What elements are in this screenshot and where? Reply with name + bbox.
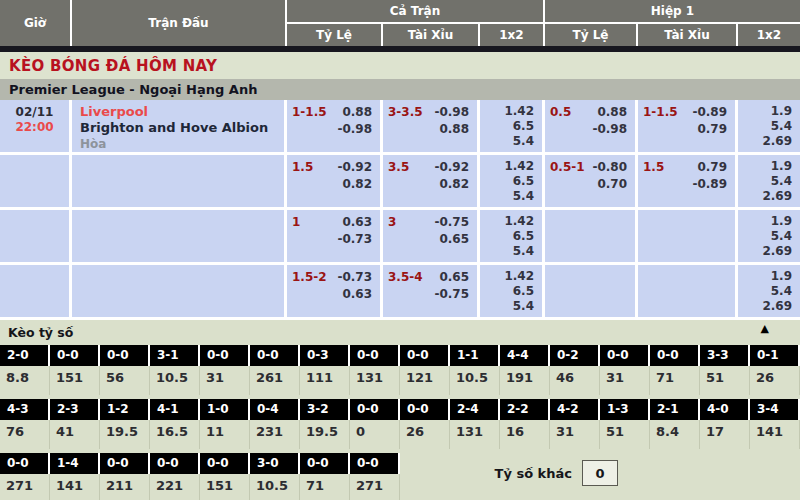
- odd-away-win[interactable]: 5.4: [480, 189, 534, 204]
- ft-handicap-cell[interactable]: 1-1.5 0.88 -0.98: [287, 100, 383, 152]
- score-odds-cell[interactable]: 4-017: [700, 399, 750, 449]
- ft-handicap-cell[interactable]: 1 0.63 -0.73: [287, 210, 383, 262]
- h1-handicap-cell[interactable]: [545, 210, 638, 262]
- score-odds-cell[interactable]: 4-376: [0, 399, 50, 449]
- odd-away-win[interactable]: 2.69: [738, 244, 792, 259]
- odd-bottom[interactable]: 0.70: [545, 176, 635, 193]
- score-odds-cell[interactable]: 1-4141: [50, 453, 100, 500]
- odd-away-win[interactable]: 5.4: [480, 134, 534, 149]
- score-odds-cell[interactable]: 0-0221: [150, 453, 200, 500]
- score-odds-cell[interactable]: 3-4141: [750, 399, 800, 449]
- score-odds-cell[interactable]: 3-351: [700, 345, 750, 395]
- odd-bottom[interactable]: -0.98: [545, 121, 635, 138]
- h1-1x2-cell[interactable]: 1.9 5.4 2.69: [738, 155, 800, 207]
- odd-away-win[interactable]: 2.69: [738, 134, 792, 149]
- h1-overunder-cell[interactable]: 1-1.5 -0.89 0.79: [638, 100, 738, 152]
- odd-top[interactable]: -0.75: [383, 214, 477, 231]
- odd-away-win[interactable]: 2.69: [738, 299, 792, 314]
- ft-overunder-cell[interactable]: 3.5-4 0.65 -0.75: [383, 265, 480, 317]
- score-odds-cell[interactable]: 0-031: [600, 345, 650, 395]
- h1-overunder-cell[interactable]: 1.5 0.79 -0.89: [638, 155, 738, 207]
- odd-draw[interactable]: 5.4: [738, 284, 792, 299]
- odd-top[interactable]: 0.63: [287, 214, 380, 231]
- odd-draw[interactable]: 5.4: [738, 119, 792, 134]
- odd-draw[interactable]: 5.4: [738, 229, 792, 244]
- score-odds-cell[interactable]: 0-0151: [200, 453, 250, 500]
- odd-home-win[interactable]: 1.42: [480, 159, 534, 174]
- score-odds-cell[interactable]: 0-071: [300, 453, 350, 500]
- score-odds-cell[interactable]: 0-0211: [100, 453, 150, 500]
- h1-1x2-cell[interactable]: 1.9 5.4 2.69: [738, 100, 800, 152]
- league-header[interactable]: Premier League - Ngoại Hạng Anh: [0, 79, 800, 100]
- odd-home-win[interactable]: 1.9: [738, 104, 792, 119]
- home-team[interactable]: Liverpool: [80, 104, 284, 120]
- h1-overunder-cell[interactable]: [638, 265, 738, 317]
- odd-home-win[interactable]: 1.9: [738, 214, 792, 229]
- score-odds-cell[interactable]: 0-3111: [300, 345, 350, 395]
- score-odds-cell[interactable]: 4-231: [550, 399, 600, 449]
- score-odds-cell[interactable]: 0-4231: [250, 399, 300, 449]
- score-odds-cell[interactable]: 2-216: [500, 399, 550, 449]
- odd-home-win[interactable]: 1.9: [738, 159, 792, 174]
- odd-draw[interactable]: 6.5: [480, 229, 534, 244]
- ft-1x2-cell[interactable]: 1.42 6.5 5.4: [480, 210, 545, 262]
- score-odds-cell[interactable]: 0-00: [350, 399, 400, 449]
- odd-bottom[interactable]: -0.89: [638, 176, 735, 193]
- odd-bottom[interactable]: -0.98: [287, 121, 380, 138]
- odd-bottom[interactable]: 0.79: [638, 121, 735, 138]
- odd-home-win[interactable]: 1.42: [480, 104, 534, 119]
- odd-bottom[interactable]: -0.75: [383, 286, 477, 303]
- score-odds-cell[interactable]: 0-246: [550, 345, 600, 395]
- odd-bottom[interactable]: -0.73: [287, 231, 380, 248]
- ft-overunder-cell[interactable]: 3.5 -0.92 0.82: [383, 155, 480, 207]
- collapse-up-icon[interactable]: ▲: [761, 323, 769, 334]
- ft-1x2-cell[interactable]: 1.42 6.5 5.4: [480, 155, 545, 207]
- score-odds-cell[interactable]: 0-0271: [0, 453, 50, 500]
- score-odds-cell[interactable]: 3-010.5: [250, 453, 300, 500]
- h1-1x2-cell[interactable]: 1.9 5.4 2.69: [738, 265, 800, 317]
- score-odds-cell[interactable]: 0-0261: [250, 345, 300, 395]
- h1-handicap-cell[interactable]: [545, 265, 638, 317]
- ft-1x2-cell[interactable]: 1.42 6.5 5.4: [480, 100, 545, 152]
- odd-home-win[interactable]: 1.42: [480, 214, 534, 229]
- ft-overunder-cell[interactable]: 3 -0.75 0.65: [383, 210, 480, 262]
- score-odds-cell[interactable]: 0-071: [650, 345, 700, 395]
- score-odds-cell[interactable]: 4-4191: [500, 345, 550, 395]
- odd-away-win[interactable]: 5.4: [480, 244, 534, 259]
- score-odds-cell[interactable]: 2-341: [50, 399, 100, 449]
- ft-overunder-cell[interactable]: 3-3.5 -0.98 0.88: [383, 100, 480, 152]
- score-odds-cell[interactable]: 0-0151: [50, 345, 100, 395]
- odd-away-win[interactable]: 2.69: [738, 189, 792, 204]
- other-score-value-box[interactable]: 0: [582, 460, 618, 486]
- ft-handicap-cell[interactable]: 1.5-2 -0.73 0.63: [287, 265, 383, 317]
- h1-handicap-cell[interactable]: 0.5 0.88 -0.98: [545, 100, 638, 152]
- h1-1x2-cell[interactable]: 1.9 5.4 2.69: [738, 210, 800, 262]
- score-odds-cell[interactable]: 2-18.4: [650, 399, 700, 449]
- score-odds-cell[interactable]: 0-026: [400, 399, 450, 449]
- score-odds-cell[interactable]: 1-351: [600, 399, 650, 449]
- odd-bottom[interactable]: 0.88: [383, 121, 477, 138]
- odd-bottom[interactable]: 0.82: [287, 176, 380, 193]
- odd-draw[interactable]: 6.5: [480, 119, 534, 134]
- ft-1x2-cell[interactable]: 1.42 6.5 5.4: [480, 265, 545, 317]
- score-odds-cell[interactable]: 2-4131: [450, 399, 500, 449]
- odd-home-win[interactable]: 1.42: [480, 269, 534, 284]
- score-odds-cell[interactable]: 0-0131: [350, 345, 400, 395]
- away-team[interactable]: Brighton and Hove Albion: [80, 120, 284, 136]
- score-odds-cell[interactable]: 4-116.5: [150, 399, 200, 449]
- score-odds-cell[interactable]: 1-110.5: [450, 345, 500, 395]
- score-odds-cell[interactable]: 0-056: [100, 345, 150, 395]
- score-odds-cell[interactable]: 0-126: [750, 345, 800, 395]
- odd-away-win[interactable]: 5.4: [480, 299, 534, 314]
- odd-draw[interactable]: 5.4: [738, 174, 792, 189]
- odd-bottom[interactable]: 0.82: [383, 176, 477, 193]
- odd-bottom[interactable]: 0.65: [383, 231, 477, 248]
- score-odds-cell[interactable]: 1-219.5: [100, 399, 150, 449]
- odd-draw[interactable]: 6.5: [480, 284, 534, 299]
- odd-bottom[interactable]: 0.63: [287, 286, 380, 303]
- ft-handicap-cell[interactable]: 1.5 -0.92 0.82: [287, 155, 383, 207]
- score-odds-cell[interactable]: 3-110.5: [150, 345, 200, 395]
- score-odds-cell[interactable]: 0-0121: [400, 345, 450, 395]
- odd-home-win[interactable]: 1.9: [738, 269, 792, 284]
- score-odds-cell[interactable]: 2-08.8: [0, 345, 50, 395]
